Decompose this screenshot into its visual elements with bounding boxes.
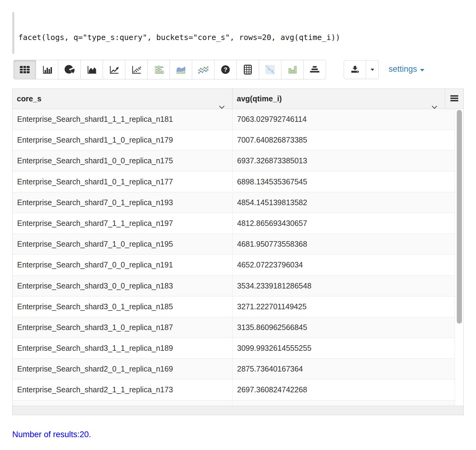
horizontal-scrollbar-track[interactable] [13, 406, 463, 415]
visualization-toolbar: ? [13, 60, 326, 79]
download-button[interactable] [344, 60, 366, 79]
cell-avg-qtime: 7007.640826873385 [233, 130, 455, 150]
viz-button-group: ? [13, 60, 326, 79]
cell-avg-qtime [233, 401, 455, 406]
viz-button-pie-chart[interactable] [58, 60, 81, 79]
cell-core_s: Enterprise_Search_shard3_1_0_replica_n18… [13, 317, 233, 338]
cell-core_s: Enterprise_Search_shard1_0_0_replica_n17… [13, 151, 233, 171]
table-header-row: core_s avg(qtime_i) [13, 89, 463, 109]
cell-core_s: Enterprise_Search_shard2_1_1_replica_n17… [13, 379, 233, 400]
viz-button-area-chart[interactable] [80, 60, 103, 79]
table-row: Enterprise_Search_shard3_0_0_replica_n18… [13, 276, 455, 296]
editor-gutter [12, 12, 14, 54]
table-rows: Enterprise_Search_shard1_1_1_replica_n18… [13, 109, 455, 406]
viz-button-heatmap[interactable] [259, 60, 281, 79]
download-options-button[interactable] [366, 60, 379, 79]
cell-core_s: Enterprise_Search_shard1_0_1_replica_n17… [13, 172, 233, 192]
viz-button-line-chart[interactable] [103, 60, 125, 79]
viz-button-bar-chart[interactable] [36, 60, 58, 79]
table-row: Enterprise_Search_shard2_1_1_replica_n17… [13, 379, 455, 400]
vertical-scrollbar-track[interactable] [455, 109, 463, 406]
table-row: Enterprise_Search_shard1_0_1_replica_n17… [13, 172, 455, 192]
settings-toggle[interactable]: settings [389, 64, 425, 74]
vertical-scrollbar-thumb[interactable] [457, 110, 462, 324]
table-row: Enterprise_Search_shard3_0_1_replica_n18… [13, 296, 455, 317]
area-chart-icon [86, 65, 97, 74]
table-row: Enterprise_Search_shard7_0_0_replica_n19… [13, 255, 455, 275]
table-row: Enterprise_Search_shard3_1_0_replica_n18… [13, 317, 455, 338]
green-bars-icon [287, 65, 298, 74]
multi-line-icon [198, 65, 209, 74]
download-button-group [344, 60, 379, 79]
cell-avg-qtime: 7063.029792746114 [233, 109, 455, 129]
cell-core_s: Enterprise_Search_shard7_1_1_replica_n19… [13, 213, 233, 234]
svg-text:?: ? [224, 66, 227, 73]
line-chart-icon [108, 65, 119, 74]
table-icon [19, 65, 30, 74]
heatmap-icon [265, 64, 275, 75]
viz-button-green-bars[interactable] [281, 60, 304, 79]
cell-core_s: Enterprise_Search_shard1_1_1_replica_n18… [13, 109, 233, 129]
cell-avg-qtime: 3534.2339181286548 [233, 276, 455, 296]
stacked-area-icon [175, 65, 186, 74]
table-row: Enterprise_Search_shard2_0_1_replica_n16… [13, 359, 455, 379]
cell-avg-qtime: 4854.145139813582 [233, 192, 455, 213]
table-row: Enterprise_Search_shard1_1_0_replica_n17… [13, 130, 455, 151]
download-icon [350, 65, 360, 75]
results-count-text: Number of results:20. [12, 430, 91, 439]
table-menu-button[interactable] [445, 89, 463, 109]
table-row: Enterprise_Search_shard3_1_1_replica_n18… [13, 338, 455, 359]
grid-table-icon [243, 64, 253, 75]
table-body: Enterprise_Search_shard1_1_1_replica_n18… [13, 109, 463, 406]
caret-down-icon [370, 67, 375, 72]
viz-button-scatter-chart[interactable] [125, 60, 148, 79]
settings-caret-icon [420, 64, 425, 74]
column-header-core_s[interactable]: core_s [13, 89, 233, 109]
cell-avg-qtime: 3271.222701149425 [233, 296, 455, 317]
viz-button-stacked-area[interactable] [170, 60, 192, 79]
cell-core_s: Enterprise_Search_shard7_0_1_replica_n19… [13, 192, 233, 213]
cell-avg-qtime: 4681.950773558368 [233, 234, 455, 254]
cell-avg-qtime: 4652.07223796034 [233, 255, 455, 275]
cell-core_s [13, 401, 233, 406]
query-code[interactable]: facet(logs, q="type_s:query", buckets="c… [18, 33, 340, 42]
cell-core_s: Enterprise_Search_shard7_1_0_replica_n19… [13, 234, 233, 254]
settings-label: settings [389, 64, 417, 74]
code-editor[interactable]: facet(logs, q="type_s:query", buckets="c… [12, 12, 464, 54]
cell-avg-qtime: 4812.865693430657 [233, 213, 455, 234]
bubble-matrix-icon [153, 65, 164, 74]
cell-core_s: Enterprise_Search_shard3_0_1_replica_n18… [13, 296, 233, 317]
bar-chart-icon [42, 65, 53, 74]
viz-button-grid-table[interactable] [236, 60, 259, 79]
cell-core_s: Enterprise_Search_shard1_1_0_replica_n17… [13, 130, 233, 150]
help-icon: ? [221, 65, 230, 74]
cell-avg-qtime: 2875.73640167364 [233, 359, 455, 379]
pie-chart-icon [64, 64, 75, 75]
cell-avg-qtime: 2697.360824742268 [233, 379, 455, 400]
cell-avg-qtime: 3135.860962566845 [233, 317, 455, 338]
result-table: core_s avg(qtime_i) Enterprise_Search_sh… [12, 89, 464, 415]
viz-button-pyramid[interactable] [303, 60, 326, 79]
table-row: Enterprise_Search_shard7_1_0_replica_n19… [13, 234, 455, 255]
cell-avg-qtime: 6937.326873385013 [233, 151, 455, 171]
column-header-avg-qtime[interactable]: avg(qtime_i) [233, 89, 445, 109]
hamburger-menu-icon [450, 95, 459, 103]
cell-core_s: Enterprise_Search_shard3_1_1_replica_n18… [13, 338, 233, 358]
scatter-chart-icon [131, 65, 142, 74]
pyramid-icon [309, 65, 320, 74]
viz-button-help[interactable]: ? [214, 60, 237, 79]
cell-avg-qtime: 6898.134535367545 [233, 172, 455, 192]
cell-avg-qtime: 3099.9932614555255 [233, 338, 455, 358]
cell-core_s: Enterprise_Search_shard2_0_1_replica_n16… [13, 359, 233, 379]
viz-button-multi-line[interactable] [192, 60, 214, 79]
table-row: Enterprise_Search_shard1_1_1_replica_n18… [13, 109, 455, 130]
table-row: Enterprise_Search_shard7_1_1_replica_n19… [13, 213, 455, 234]
zeppelin-paragraph: { "status_bar": { "status_label": "FINIS… [0, 0, 476, 450]
cell-core_s: Enterprise_Search_shard7_0_0_replica_n19… [13, 255, 233, 275]
table-row [13, 401, 455, 406]
table-row: Enterprise_Search_shard1_0_0_replica_n17… [13, 151, 455, 171]
cell-core_s: Enterprise_Search_shard3_0_0_replica_n18… [13, 276, 233, 296]
viz-button-table[interactable] [13, 60, 36, 79]
table-row: Enterprise_Search_shard7_0_1_replica_n19… [13, 192, 455, 213]
viz-button-bubble-matrix[interactable] [147, 60, 170, 79]
